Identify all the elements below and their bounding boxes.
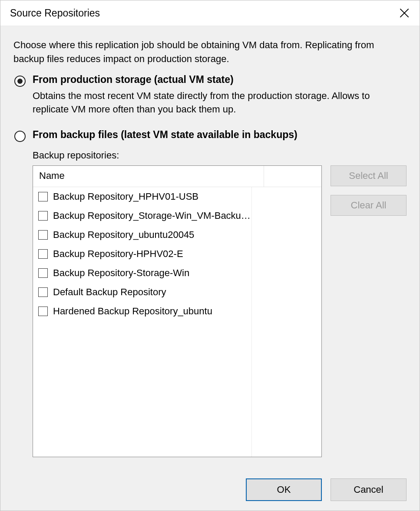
radio-production[interactable] [14, 76, 26, 87]
repo-name: Default Backup Repository [53, 287, 255, 298]
repos-label: Backup repositories: [33, 150, 407, 161]
option-production-label: From production storage (actual VM state… [33, 74, 407, 86]
repo-checkbox[interactable] [38, 192, 48, 201]
dialog-footer: OK Cancel [13, 478, 407, 501]
repos-listbox[interactable]: Name Backup Repository_HPHV01-USBBackup … [33, 165, 322, 457]
list-item[interactable]: Default Backup Repository [33, 283, 321, 302]
column-header-name[interactable]: Name [33, 166, 264, 187]
repo-name: Backup Repository-HPHV02-E [53, 248, 255, 260]
dialog-title: Source Repositories [10, 7, 389, 19]
repo-name: Backup Repository-Storage-Win [53, 267, 255, 279]
clear-all-button[interactable]: Clear All [331, 195, 407, 216]
repos-row: Name Backup Repository_HPHV01-USBBackup … [33, 165, 407, 468]
repo-name: Backup Repository_HPHV01-USB [53, 191, 255, 202]
cancel-button[interactable]: Cancel [331, 478, 407, 501]
option-production[interactable]: From production storage (actual VM state… [13, 74, 407, 116]
repo-checkbox[interactable] [38, 307, 48, 316]
list-header: Name [33, 166, 321, 187]
titlebar: Source Repositories [0, 0, 420, 26]
close-icon [400, 8, 409, 18]
intro-text: Choose where this replication job should… [13, 38, 407, 66]
list-item[interactable]: Backup Repository-Storage-Win [33, 264, 321, 283]
list-item[interactable]: Backup Repository-HPHV02-E [33, 244, 321, 264]
close-button[interactable] [389, 0, 420, 26]
select-all-button[interactable]: Select All [331, 165, 407, 186]
repo-checkbox[interactable] [38, 211, 48, 221]
repo-checkbox[interactable] [38, 249, 48, 259]
repo-checkbox[interactable] [38, 268, 48, 278]
option-backup[interactable]: From backup files (latest VM state avail… [13, 129, 407, 142]
column-header-spacer [264, 166, 321, 187]
list-item[interactable]: Backup Repository_HPHV01-USB [33, 187, 321, 206]
ok-button[interactable]: OK [246, 478, 322, 501]
side-buttons: Select All Clear All [331, 165, 407, 216]
option-production-desc: Obtains the most recent VM state directl… [33, 89, 407, 116]
list-item[interactable]: Hardened Backup Repository_ubuntu [33, 302, 321, 321]
list-item[interactable]: Backup Repository_ubuntu20045 [33, 225, 321, 244]
repo-name: Backup Repository_Storage-Win_VM-Backup-… [53, 210, 255, 221]
radio-backup[interactable] [14, 131, 26, 142]
list-body: Backup Repository_HPHV01-USBBackup Repos… [33, 187, 321, 457]
dialog-body: Choose where this replication job should… [0, 26, 420, 511]
dialog-source-repositories: Source Repositories Choose where this re… [0, 0, 420, 511]
list-item[interactable]: Backup Repository_Storage-Win_VM-Backup-… [33, 206, 321, 225]
repo-checkbox[interactable] [38, 287, 48, 297]
repo-checkbox[interactable] [38, 230, 48, 240]
repo-name: Backup Repository_ubuntu20045 [53, 229, 255, 241]
repo-name: Hardened Backup Repository_ubuntu [53, 306, 255, 317]
option-backup-label: From backup files (latest VM state avail… [33, 129, 407, 141]
